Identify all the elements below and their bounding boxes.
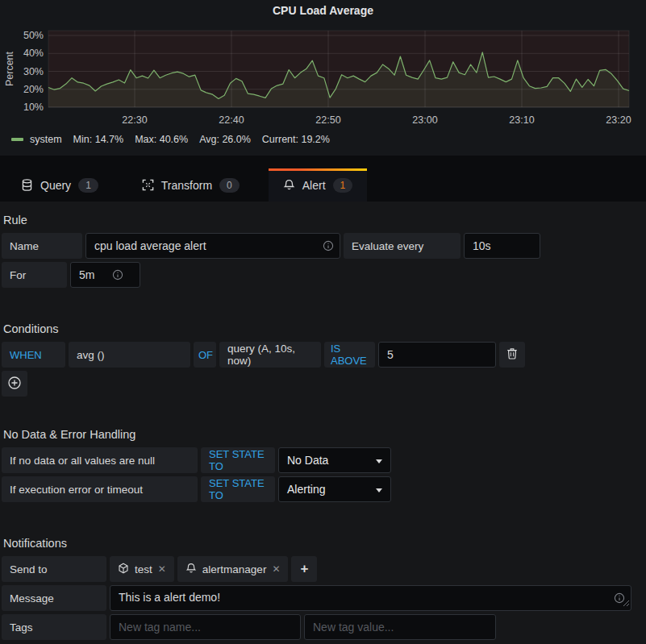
error-set-state-label: SET STATE TO	[201, 476, 275, 502]
tab-transform-count: 0	[219, 178, 240, 193]
delete-condition-button[interactable]	[499, 342, 525, 368]
legend-min: Min: 14.7%	[73, 134, 124, 145]
evaluate-every-label: Evaluate every	[344, 233, 461, 259]
message-textarea[interactable]: This is a alert demo!	[110, 585, 631, 611]
svg-text:22:30: 22:30	[122, 114, 147, 126]
no-data-state-select[interactable]: No Data	[278, 447, 391, 473]
error-label: If execution error or timeout	[2, 476, 198, 502]
svg-text:20%: 20%	[23, 84, 44, 95]
svg-text:22:50: 22:50	[315, 114, 340, 126]
cpu-load-panel: CPU Load Average 10%20%30%40%50%22:3022:…	[0, 0, 646, 156]
svg-text:22:40: 22:40	[219, 114, 244, 126]
resize-handle-icon[interactable]	[623, 597, 630, 609]
evaluator-button[interactable]: IS ABOVE	[324, 342, 375, 368]
message-label: Message	[2, 585, 106, 611]
editor-tabbar: Query 1 Transform 0 Alert 1	[0, 156, 646, 202]
evaluate-field-wrap	[464, 233, 540, 259]
circle-plus-icon	[7, 376, 22, 393]
alert-name-input[interactable]	[85, 233, 340, 259]
series-color-swatch	[11, 138, 23, 141]
svg-text:23:20: 23:20	[606, 114, 631, 126]
condition-row: WHEN avg () OF query (A, 10s, now) IS AB…	[2, 342, 644, 368]
query-part-button[interactable]: query (A, 10s, now)	[219, 342, 321, 368]
message-field-wrap: This is a alert demo!	[110, 585, 631, 611]
name-label: Name	[2, 233, 82, 259]
add-condition-row	[2, 371, 644, 397]
no-data-set-state-label: SET STATE TO	[201, 447, 275, 473]
message-row: Message This is a alert demo!	[2, 585, 644, 611]
transform-icon	[142, 179, 154, 191]
recipient-name: test	[135, 563, 152, 575]
for-field-wrap	[70, 262, 140, 288]
svg-text:Percent: Percent	[4, 51, 15, 86]
info-icon[interactable]	[112, 269, 123, 283]
no-data-label: If no data or all values are null	[2, 447, 198, 473]
remove-recipient-icon[interactable]: ✕	[158, 563, 166, 575]
tab-transform[interactable]: Transform 0	[127, 168, 254, 202]
plus-icon: +	[300, 561, 308, 577]
tags-row: Tags	[2, 614, 644, 640]
send-to-row: Send to test ✕ alertmanager ✕ +	[2, 556, 644, 582]
svg-text:30%: 30%	[23, 66, 44, 77]
no-data-heading: No Data & Error Handling	[3, 428, 644, 441]
rule-heading: Rule	[3, 214, 644, 226]
name-field-wrap	[85, 233, 340, 259]
chevron-down-icon	[376, 459, 382, 463]
legend-avg: Avg: 26.0%	[199, 134, 251, 145]
tab-transform-label: Transform	[161, 179, 212, 192]
error-state-select[interactable]: Alerting	[278, 476, 391, 502]
svg-text:40%: 40%	[23, 48, 44, 59]
tab-query[interactable]: Query 1	[6, 168, 113, 202]
add-recipient-button[interactable]: +	[291, 556, 317, 582]
tags-label: Tags	[2, 614, 106, 640]
legend-max: Max: 40.6%	[135, 134, 188, 145]
cube-icon	[118, 563, 129, 576]
recipient-chip-alertmanager: alertmanager ✕	[177, 556, 289, 582]
rule-row-1: Name Evaluate every	[2, 233, 644, 259]
threshold-input[interactable]	[378, 342, 496, 368]
of-button[interactable]: OF	[194, 342, 216, 368]
svg-text:50%: 50%	[23, 30, 44, 41]
evaluate-every-input[interactable]	[464, 233, 540, 259]
tag-name-input[interactable]	[110, 614, 301, 640]
tab-alert-count: 1	[333, 178, 353, 193]
threshold-field-wrap	[378, 342, 496, 368]
recipient-chip-test: test ✕	[110, 556, 174, 582]
tab-alert-label: Alert	[302, 179, 326, 192]
no-data-row: If no data or all values are null SET ST…	[2, 447, 644, 473]
error-row: If execution error or timeout SET STATE …	[2, 476, 644, 502]
database-icon	[21, 179, 33, 191]
tag-value-input[interactable]	[304, 614, 496, 640]
tab-query-label: Query	[40, 179, 71, 192]
bell-icon	[283, 179, 295, 191]
send-to-label: Send to	[2, 556, 106, 582]
add-condition-button[interactable]	[2, 371, 27, 397]
error-state-value: Alerting	[287, 483, 325, 496]
when-button[interactable]: WHEN	[2, 342, 65, 368]
for-input[interactable]	[70, 262, 140, 288]
tab-alert[interactable]: Alert 1	[269, 168, 367, 202]
tag-value-wrap	[304, 614, 496, 640]
trash-icon	[506, 347, 518, 362]
chevron-down-icon	[376, 488, 382, 492]
recipient-name: alertmanager	[202, 563, 267, 575]
legend-current: Current: 19.2%	[262, 134, 330, 145]
series-name[interactable]: system	[30, 134, 62, 145]
chart-legend: system Min: 14.7% Max: 40.6% Avg: 26.0% …	[11, 134, 341, 145]
svg-text:23:10: 23:10	[509, 114, 534, 126]
aggregation-button[interactable]: avg ()	[69, 342, 190, 368]
conditions-heading: Conditions	[3, 322, 644, 335]
tab-query-count: 1	[78, 178, 98, 193]
rule-row-2: For	[2, 262, 644, 288]
no-data-state-value: No Data	[287, 454, 328, 467]
svg-text:23:00: 23:00	[412, 114, 437, 126]
svg-text:10%: 10%	[23, 102, 44, 113]
info-icon[interactable]	[323, 240, 334, 254]
notifications-heading: Notifications	[3, 537, 644, 550]
cpu-load-chart[interactable]: 10%20%30%40%50%22:3022:4022:5023:0023:10…	[0, 0, 646, 129]
remove-recipient-icon[interactable]: ✕	[272, 563, 280, 575]
for-label: For	[2, 262, 67, 288]
tag-name-wrap	[110, 614, 301, 640]
bell-icon	[185, 563, 197, 576]
alert-tab-content: Rule Name Evaluate every For Conditi	[0, 214, 646, 640]
